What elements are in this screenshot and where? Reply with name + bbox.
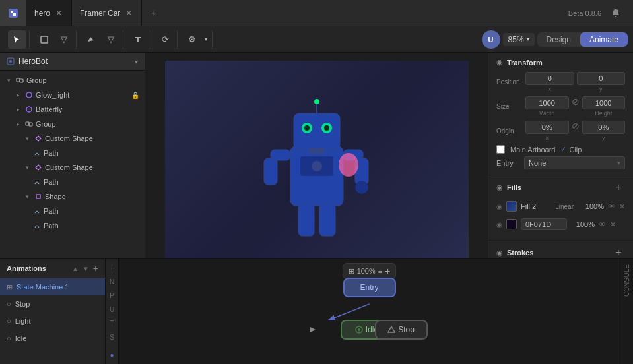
anim-scroll-up[interactable]: ▲ — [71, 264, 80, 274]
fill2-visibility-icon[interactable]: ◉ — [496, 203, 502, 210]
component-icon-glow — [24, 90, 34, 100]
layer-glow-name: Glow_light — [36, 91, 130, 99]
origin-y-input[interactable] — [582, 121, 626, 134]
fill1-hide-icon[interactable]: 👁 — [599, 220, 606, 228]
layer-path-2[interactable]: Path — [0, 175, 145, 189]
canvas-area — [145, 53, 488, 258]
user-avatar[interactable]: U — [482, 30, 500, 49]
left-panel: HeroBot ▾ ▾ Group ▸ — [0, 53, 145, 258]
anim-stop[interactable]: ○ Stop — [0, 295, 105, 313]
transform-tool[interactable]: ⟳ — [156, 30, 174, 49]
layer-path-3[interactable]: Path — [0, 204, 145, 218]
fill2-hide-icon[interactable]: 👁 — [608, 202, 615, 210]
app-logo[interactable] — [0, 0, 26, 26]
path-icon-1 — [32, 148, 42, 158]
tab-add-button[interactable]: + — [142, 1, 166, 25]
listeners-panel: I N P U T S ● — [106, 259, 119, 364]
shape-icon-1 — [33, 191, 44, 202]
origin-inputs: x ⊘ y — [525, 121, 625, 141]
main-artboard-label: Main Artboard — [510, 146, 555, 154]
fill2-swatch[interactable] — [506, 201, 517, 212]
frame-tool[interactable] — [35, 30, 53, 49]
path-icon-4 — [32, 220, 42, 231]
layer-batterfly[interactable]: ▸ Batterfly — [0, 102, 145, 117]
layer-path-1[interactable]: Path — [0, 146, 145, 160]
fill1-hex-input[interactable] — [521, 218, 567, 230]
fill1-swatch[interactable] — [506, 219, 517, 229]
main-artboard-checkbox[interactable] — [496, 145, 505, 154]
strokes-expand-icon[interactable]: ◉ — [496, 249, 503, 257]
aspect-ratio-icon[interactable]: ⊘ — [572, 96, 580, 117]
herobot-header[interactable]: HeroBot ▾ — [0, 53, 145, 71]
fill1-visibility-icon[interactable]: ◉ — [496, 221, 502, 228]
text-tool[interactable] — [129, 30, 147, 49]
state-node-stop[interactable]: Stop — [375, 320, 428, 340]
design-button[interactable]: Design — [537, 32, 580, 47]
settings-btn[interactable]: ⚙ — [183, 30, 201, 49]
stop-node-icon — [387, 326, 395, 334]
size-height-input[interactable] — [582, 96, 626, 109]
sm-grid-view[interactable]: ⊞ — [349, 267, 354, 276]
entry-value: None — [529, 159, 546, 167]
fill1-delete-icon[interactable]: ✕ — [610, 220, 616, 229]
draw-tool[interactable]: ▽ — [102, 30, 120, 49]
fills-expand-icon[interactable]: ◉ — [496, 183, 503, 192]
pen-tool[interactable] — [82, 30, 100, 49]
size-row: Size Width ⊘ Height — [496, 96, 625, 117]
anim-idle[interactable]: ○ Idle — [0, 330, 105, 347]
top-bar-right: Beta 0.8.6 — [568, 4, 633, 22]
layer-shape-1[interactable]: ▾ Shape — [0, 189, 145, 204]
layer-custom-shape-2[interactable]: ▾ Custom Shape — [0, 160, 145, 175]
main-area: HeroBot ▾ ▾ Group ▸ — [0, 53, 633, 258]
size-label: Size — [496, 103, 523, 110]
layer-cs2-arrow: ▾ — [22, 163, 32, 172]
tab-framer-car[interactable]: Framer Car ✕ — [72, 0, 142, 26]
layer-batterfly-arrow: ▸ — [13, 105, 22, 114]
svg-rect-30 — [319, 203, 335, 236]
lock-icon-glow: 🔒 — [131, 92, 139, 99]
settings-arrow[interactable]: ▾ — [203, 30, 209, 49]
state-node-entry[interactable]: Entry — [343, 278, 396, 297]
select-tool[interactable] — [8, 30, 26, 49]
position-y-input[interactable] — [577, 72, 626, 85]
clip-check-icon[interactable]: ✓ — [560, 145, 566, 154]
layer-group-inner[interactable]: ▸ Group — [0, 117, 145, 131]
svg-marker-39 — [388, 326, 395, 332]
shape-tool[interactable]: ▽ — [55, 30, 73, 49]
component-icon-batterfly — [24, 104, 34, 115]
entry-select[interactable]: None ▾ — [524, 156, 625, 169]
anim-scroll-down[interactable]: ▼ — [81, 264, 90, 274]
animation-list: ⊞ State Machine 1 ○ Stop ○ Light ○ Idle — [0, 278, 105, 364]
tab-hero-close[interactable]: ✕ — [54, 9, 63, 18]
anim-state-machine[interactable]: ⊞ State Machine 1 — [0, 278, 105, 295]
animate-button[interactable]: Animate — [580, 32, 628, 47]
tab-framer-car-close[interactable]: ✕ — [124, 9, 133, 18]
size-width-input[interactable] — [525, 96, 569, 109]
sm-add-node-button[interactable]: + — [385, 266, 390, 276]
svg-point-38 — [358, 328, 360, 331]
layer-custom-shape-1[interactable]: ▾ Custom Shape — [0, 131, 145, 146]
layer-group-root[interactable]: ▾ Group — [0, 73, 145, 88]
tab-hero[interactable]: hero ✕ — [26, 0, 72, 26]
toolbar-group-tools — [5, 30, 30, 49]
zoom-control[interactable]: 85% ▾ — [503, 33, 535, 46]
sm-list-view[interactable]: ≡ — [378, 267, 382, 275]
console-label[interactable]: CONSOLE — [623, 264, 630, 297]
layer-glow-light[interactable]: ▸ Glow_light 🔒 — [0, 88, 145, 102]
anim-stop-label: Stop — [15, 300, 98, 308]
position-x-input[interactable] — [525, 72, 574, 85]
transform-expand-icon[interactable]: ◉ — [496, 58, 503, 67]
add-fill-button[interactable]: + — [612, 181, 625, 194]
add-animation-button[interactable]: + — [93, 263, 98, 274]
origin-x-input[interactable] — [525, 121, 569, 134]
toolbar-group-transform: ⟳ — [153, 30, 178, 49]
origin-x-group: x — [525, 121, 569, 141]
add-stroke-button[interactable]: + — [612, 246, 625, 258]
layer-path-4[interactable]: Path — [0, 218, 145, 233]
anim-light[interactable]: ○ Light — [0, 313, 105, 330]
layer-glow-arrow: ▸ — [13, 90, 22, 100]
notification-button[interactable] — [607, 4, 625, 22]
stop-icon: ○ — [7, 300, 11, 308]
fill2-delete-icon[interactable]: ✕ — [619, 202, 625, 211]
svg-point-19 — [304, 125, 310, 131]
